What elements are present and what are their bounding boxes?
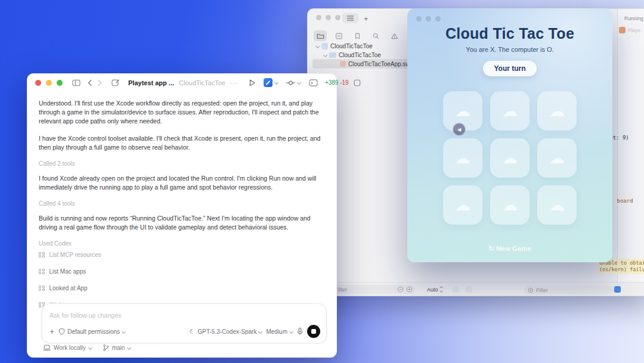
back-button[interactable] bbox=[88, 79, 92, 86]
source-control-tab[interactable] bbox=[332, 30, 345, 41]
stop-button[interactable] bbox=[307, 325, 320, 338]
tool-call-item[interactable]: Looked at App bbox=[39, 284, 325, 293]
mcp-tool-icon bbox=[39, 269, 45, 275]
cloud-tic-tac-toe-window: Cloud Tic Tac Toe You are X. The compute… bbox=[407, 8, 612, 262]
jump-bar-chip[interactable]: Playe bbox=[619, 27, 640, 33]
more-options-button[interactable]: ··· bbox=[230, 79, 239, 86]
permissions-selector[interactable]: Default permissions bbox=[58, 328, 125, 335]
chevron-down-icon bbox=[258, 329, 262, 333]
issue-navigator-tab[interactable] bbox=[388, 30, 401, 41]
message-input[interactable] bbox=[49, 312, 319, 319]
editor-list-button[interactable] bbox=[342, 13, 358, 23]
branch-selector[interactable]: main bbox=[103, 344, 131, 352]
board-cell[interactable]: ☁ bbox=[490, 91, 530, 131]
board-cell[interactable]: ☁ bbox=[443, 138, 482, 178]
xcode-traffic-lights[interactable] bbox=[316, 15, 340, 20]
find-navigator-tab[interactable] bbox=[369, 30, 382, 41]
used-tools-header[interactable]: Used Codex bbox=[39, 239, 325, 248]
tool-call-summary[interactable]: Called 4 tools bbox=[39, 199, 325, 208]
chevron-down-icon bbox=[297, 80, 301, 85]
tool-call-item[interactable]: List Mac apps bbox=[39, 267, 325, 276]
chevron-down-icon bbox=[439, 289, 443, 293]
disclosure-chevron-icon[interactable] bbox=[315, 44, 320, 48]
conversation-transcript: Understood. I'll first use the Xcode wor… bbox=[27, 91, 336, 309]
scheme-selector[interactable] bbox=[286, 80, 301, 86]
board-cell[interactable]: ☁ bbox=[490, 185, 530, 225]
minimize-button[interactable] bbox=[426, 16, 431, 21]
close-button[interactable] bbox=[416, 16, 422, 21]
plus-circle-icon[interactable] bbox=[406, 286, 413, 293]
cloud-icon: ☁ bbox=[502, 196, 518, 214]
turn-status-pill: Your turn bbox=[483, 61, 536, 76]
forward-button[interactable] bbox=[97, 79, 102, 86]
assistant-message: I found Xcode already open on the projec… bbox=[39, 174, 325, 192]
tool-call-summary[interactable]: Called 2 tools bbox=[39, 159, 325, 168]
effort-selector[interactable]: Medium bbox=[266, 328, 293, 335]
board-cell[interactable]: ☁ bbox=[443, 185, 482, 225]
console-toggle-button[interactable] bbox=[466, 286, 472, 293]
close-button[interactable] bbox=[316, 15, 321, 20]
console-toggle-button[interactable] bbox=[453, 286, 459, 293]
tool-call-item[interactable]: List MCP resources bbox=[39, 250, 325, 259]
game-traffic-lights[interactable] bbox=[416, 16, 441, 21]
close-button[interactable] bbox=[35, 80, 41, 86]
dictate-button[interactable] bbox=[297, 327, 303, 336]
attach-button[interactable]: + bbox=[49, 327, 54, 336]
new-chat-icon[interactable] bbox=[112, 79, 120, 86]
assistant-message: Build is running and now reports “Runnin… bbox=[39, 214, 325, 232]
scheme-icon bbox=[286, 80, 295, 86]
folder-icon bbox=[329, 52, 336, 58]
stop-icon bbox=[311, 329, 316, 334]
cloud-icon: ☁ bbox=[502, 102, 518, 120]
minimize-button[interactable] bbox=[46, 80, 52, 86]
new-game-button[interactable]: ↻ New Game bbox=[407, 244, 612, 253]
chevron-down-icon bbox=[274, 80, 278, 85]
cloud-icon: ☁ bbox=[455, 149, 470, 167]
bookmarks-tab[interactable] bbox=[351, 30, 364, 41]
zoom-button[interactable] bbox=[435, 16, 441, 21]
add-editor-button[interactable]: + bbox=[364, 14, 369, 23]
run-button[interactable] bbox=[249, 79, 255, 86]
board-cell[interactable]: ☁ bbox=[537, 91, 577, 131]
copy-diff-button[interactable] bbox=[354, 79, 361, 86]
terminal-button[interactable] bbox=[309, 79, 318, 86]
chat-footer: Work locally main bbox=[43, 344, 131, 352]
console-filter-field[interactable]: Filter bbox=[524, 286, 615, 294]
sidebar-toggle-icon[interactable] bbox=[72, 79, 80, 86]
cloud-icon: ☁ bbox=[549, 102, 565, 120]
x-square-icon bbox=[335, 32, 343, 40]
zoom-button[interactable] bbox=[335, 15, 340, 20]
console-panel-button[interactable] bbox=[614, 286, 621, 293]
cloud-icon: ☁ bbox=[549, 149, 565, 167]
tic-tac-toe-board: ☁ ☁ ☁ ☁ ☁ ☁ ☁ ☁ ☁ bbox=[443, 91, 577, 225]
disclosure-chevron-icon[interactable] bbox=[323, 52, 327, 57]
console-line: (os/kern) failu bbox=[599, 266, 644, 273]
game-subtitle: You are X. The computer is O. bbox=[407, 46, 612, 53]
cloud-icon: ☁ bbox=[455, 196, 470, 214]
board-cell[interactable]: ☁ bbox=[490, 138, 530, 178]
debug-bar: Filter Auto Filter bbox=[308, 282, 644, 296]
tree-label: CloudTicTacToe bbox=[339, 52, 381, 58]
minimize-button[interactable] bbox=[326, 15, 331, 20]
environment-selector[interactable]: Work locally bbox=[43, 345, 92, 351]
cloud-icon: ☁ bbox=[455, 102, 470, 120]
moon-icon: ☾ bbox=[190, 328, 196, 336]
chevron-down-icon bbox=[122, 329, 126, 333]
app-project-icon bbox=[321, 43, 328, 49]
board-cell[interactable]: ☁ bbox=[537, 138, 577, 178]
zoom-button[interactable] bbox=[57, 80, 63, 86]
search-icon bbox=[372, 32, 380, 40]
diff-stats: +389 -19 bbox=[325, 79, 349, 86]
model-selector[interactable]: ☾ GPT-5.3-Codex-Spark bbox=[190, 328, 262, 336]
warning-triangle-icon bbox=[391, 32, 398, 40]
xcode-target-selector[interactable] bbox=[264, 78, 278, 87]
project-navigator-tab[interactable] bbox=[314, 30, 327, 41]
board-cell[interactable]: ☁ bbox=[537, 185, 577, 225]
run-status-text: Running C bbox=[624, 15, 644, 21]
console-scope-selector[interactable]: Auto bbox=[427, 286, 472, 293]
assistant-message: I have the Xcode control toolset availab… bbox=[39, 134, 325, 152]
chevron-down-icon bbox=[88, 346, 92, 350]
minus-circle-icon[interactable] bbox=[397, 286, 404, 293]
bookmark-icon bbox=[354, 32, 361, 40]
cursor-icon: ◀ bbox=[457, 127, 461, 132]
